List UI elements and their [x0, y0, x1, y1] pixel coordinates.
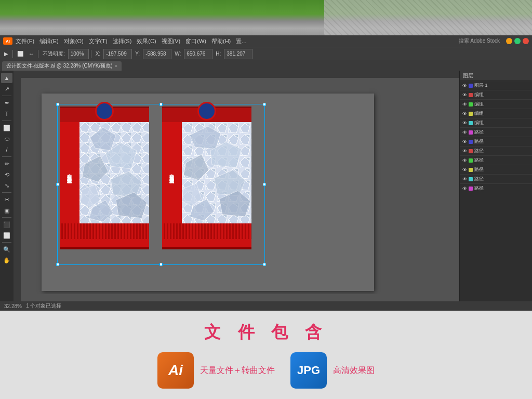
layer-eye-11[interactable]: 👁: [462, 177, 467, 182]
menu-help[interactable]: 帮助(H): [211, 37, 231, 45]
layer-eye-8[interactable]: 👁: [462, 149, 467, 154]
menu-bar[interactable]: 文件(F) 编辑(E) 对象(O) 文字(T) 选择(S) 效果(C) 视图(V…: [16, 37, 246, 45]
tool-select[interactable]: ▲: [1, 73, 12, 83]
layer-item-7[interactable]: 👁 路径: [460, 137, 532, 147]
menu-text[interactable]: 文字(T): [89, 37, 108, 45]
tool-fill[interactable]: ⬛: [1, 219, 12, 230]
y-input[interactable]: -588.958: [143, 49, 171, 59]
menu-effect[interactable]: 效果(C): [137, 37, 156, 45]
layer-eye-7[interactable]: 👁: [462, 139, 467, 144]
tool-hand[interactable]: ✋: [1, 255, 12, 265]
ai-window: Ai 文件(F) 编辑(E) 对象(O) 文字(T) 选择(S) 效果(C) 视…: [0, 35, 532, 311]
tool-gradient[interactable]: ▣: [1, 205, 12, 216]
tool-sep1: [2, 96, 11, 96]
layer-item-2[interactable]: 👁 编组: [460, 90, 532, 100]
menu-object[interactable]: 对象(O): [64, 37, 84, 45]
tools-panel: ▲ ↗ ✒ T ⬜ ⬭ / ✏ ⟲ ⤡ ✂ ▣ ⬛ ⬜ 🔍 ✋: [0, 71, 14, 301]
tool-sep6: [2, 242, 11, 243]
layer-item-5[interactable]: 👁 编组: [460, 118, 532, 128]
layer-item-4[interactable]: 👁 编组: [460, 109, 532, 118]
layer-eye-1[interactable]: 👁: [462, 83, 467, 88]
tool-pen[interactable]: ✒: [1, 98, 12, 108]
ai-icon-label: Ai: [168, 362, 183, 379]
layer-item-10[interactable]: 👁 路径: [460, 165, 532, 175]
layer-item-11[interactable]: 👁 路径: [460, 175, 532, 184]
layer-eye-9[interactable]: 👁: [462, 158, 467, 163]
layer-item-8[interactable]: 👁 路径: [460, 147, 532, 156]
y-label: Y:: [133, 49, 142, 59]
layer-color-10: [469, 168, 473, 172]
menu-select[interactable]: 选择(S): [113, 37, 132, 45]
h-input[interactable]: 381.207: [224, 49, 252, 59]
menu-view[interactable]: 视图(V): [162, 37, 181, 45]
handle-tc[interactable]: [159, 103, 163, 106]
search-bar[interactable]: 搜索 Adobe Stock: [459, 37, 500, 45]
layer-item-12[interactable]: 👁 路径: [460, 184, 532, 193]
toolbar-scale[interactable]: ↔: [26, 49, 36, 59]
menu-file[interactable]: 文件(F): [16, 37, 34, 45]
tool-sep3: [2, 156, 11, 157]
handle-bc[interactable]: [159, 263, 163, 266]
layer-eye-5[interactable]: 👁: [462, 121, 467, 126]
layer-eye-3[interactable]: 👁: [462, 102, 467, 107]
tool-rotate[interactable]: ⟲: [1, 169, 12, 180]
tool-stroke[interactable]: ⬜: [1, 230, 12, 241]
layer-name-7: 路径: [474, 138, 530, 145]
layer-color-4: [469, 112, 473, 116]
layer-color-6: [469, 130, 473, 135]
jpg-file-item: JPG 高清效果图: [290, 352, 375, 389]
tab-close[interactable]: ×: [115, 63, 117, 69]
tool-line[interactable]: /: [1, 144, 12, 155]
maximize-button[interactable]: [514, 38, 521, 44]
handle-mr[interactable]: [263, 183, 266, 186]
layer-name-11: 路径: [474, 176, 530, 182]
toolbar-transform[interactable]: ⬜: [15, 49, 25, 59]
x-input[interactable]: -197.509: [103, 49, 132, 59]
layer-item-6[interactable]: 👁 路径: [460, 128, 532, 137]
toolbar-move[interactable]: ▶: [2, 49, 10, 59]
layer-eye-12[interactable]: 👁: [462, 186, 467, 191]
handle-ml[interactable]: [56, 183, 59, 186]
layer-item-9[interactable]: 👁 路径: [460, 156, 532, 165]
tab-bar: 设计圆文件-低版本.ai @ 32.28% (CMYK/预览) ×: [0, 60, 532, 71]
menu-edit[interactable]: 编辑(E): [39, 37, 59, 45]
banner-left-bar-1: 奋斗百年路启航新征程: [60, 122, 79, 223]
layer-item-3[interactable]: 👁 编组: [460, 100, 532, 109]
tool-ellipse[interactable]: ⬭: [1, 134, 12, 144]
minimize-button[interactable]: [506, 38, 512, 44]
tool-scale[interactable]: ⤡: [1, 180, 12, 191]
tool-rect[interactable]: ⬜: [1, 123, 12, 133]
layer-name-2: 编组: [474, 91, 530, 98]
handle-tr[interactable]: [263, 103, 266, 106]
close-button[interactable]: [523, 38, 529, 44]
layer-color-12: [469, 187, 473, 191]
menu-window[interactable]: 窗口(W): [185, 37, 206, 45]
layer-eye-4[interactable]: 👁: [462, 111, 467, 116]
layer-eye-6[interactable]: 👁: [462, 130, 467, 135]
tool-text[interactable]: T: [1, 109, 12, 119]
layers-panel-header: 图层: [460, 71, 532, 81]
handle-br[interactable]: [263, 263, 266, 266]
banner-circle-2: [197, 102, 216, 121]
layer-color-1: [469, 84, 473, 88]
handle-tl[interactable]: [56, 103, 59, 106]
tool-sep2: [2, 121, 11, 121]
tool-brush[interactable]: ✏: [1, 158, 12, 169]
opacity-input[interactable]: 100%: [68, 49, 89, 59]
layer-eye-2[interactable]: 👁: [462, 92, 467, 98]
w-input[interactable]: 650.676: [184, 49, 212, 59]
layer-eye-10[interactable]: 👁: [462, 167, 467, 172]
menu-extra[interactable]: 置...: [236, 37, 246, 45]
tool-scissors[interactable]: ✂: [1, 194, 12, 205]
jpg-file-desc: 高清效果图: [333, 365, 375, 376]
layer-item-1[interactable]: 👁 图层 1: [460, 81, 532, 90]
tool-direct[interactable]: ↗: [1, 84, 12, 94]
canvas-area[interactable]: 设计圆网 设计圆网 设计圆网 设计圆网: [14, 71, 459, 301]
tool-zoom[interactable]: 🔍: [1, 244, 12, 255]
banner-text-2: 奋斗百年路启航新征程: [169, 170, 175, 176]
handle-bl[interactable]: [56, 263, 59, 266]
layers-panel[interactable]: 👁 图层 1 👁 编组 👁 编组 👁 编组: [460, 81, 532, 301]
document-tab[interactable]: 设计圆文件-低版本.ai @ 32.28% (CMYK/预览) ×: [2, 61, 122, 71]
layer-name-6: 路径: [474, 129, 530, 136]
layer-color-2: [469, 93, 473, 97]
